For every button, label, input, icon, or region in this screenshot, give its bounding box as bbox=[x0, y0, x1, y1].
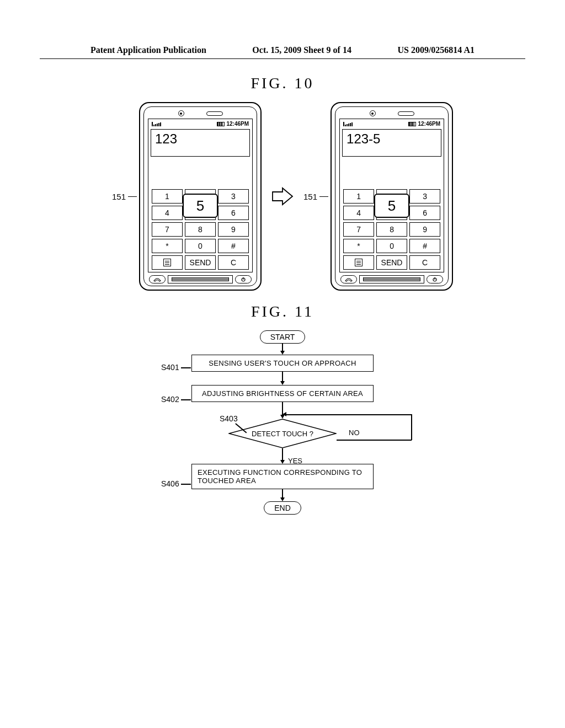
status-right: 12:46PM bbox=[408, 121, 440, 127]
key-9[interactable]: 9 bbox=[218, 222, 249, 237]
speaker-icon bbox=[206, 111, 223, 116]
battery-icon bbox=[408, 122, 416, 126]
nav-pad[interactable] bbox=[359, 275, 424, 283]
keypad-left: 1 2 3 4 5 6 7 8 9 * 0 # SEND C bbox=[151, 189, 250, 271]
camera-icon bbox=[370, 110, 376, 116]
key-8[interactable]: 8 bbox=[376, 222, 407, 237]
end-button[interactable] bbox=[427, 275, 443, 283]
ref-s402: S402 bbox=[161, 395, 179, 404]
signal-icon bbox=[152, 122, 161, 126]
key-star[interactable]: * bbox=[152, 239, 183, 253]
key-5-enlarged[interactable]: 5 bbox=[374, 194, 409, 218]
key-3[interactable]: 3 bbox=[409, 189, 440, 204]
call-button[interactable] bbox=[149, 275, 166, 283]
flow-line bbox=[282, 344, 283, 351]
arrowhead-down-icon bbox=[280, 460, 285, 464]
flow-line bbox=[282, 372, 283, 382]
nav-pad[interactable] bbox=[168, 275, 233, 283]
key-send[interactable]: SEND bbox=[185, 255, 216, 270]
clock-text: 12:46PM bbox=[418, 121, 440, 127]
process-s402: ADJUSTING BRIGHTNESS OF CERTAIN AREA bbox=[191, 385, 374, 402]
phone-pickup-icon bbox=[345, 277, 353, 282]
speaker-icon bbox=[398, 111, 414, 116]
arrowhead-left-icon bbox=[282, 412, 286, 416]
process-s406: EXECUTING FUNCTION CORRESPONDING TO TOUC… bbox=[191, 464, 374, 489]
phone-device-left: 12:46PM 123 1 2 3 4 5 6 7 8 9 * bbox=[139, 102, 262, 291]
power-icon bbox=[430, 277, 439, 282]
page-header: Patent Application Publication Oct. 15, … bbox=[40, 0, 525, 59]
key-4[interactable]: 4 bbox=[343, 206, 374, 220]
key-clear[interactable]: C bbox=[218, 255, 249, 270]
ref-s401: S401 bbox=[161, 363, 179, 372]
leader-line bbox=[128, 196, 137, 197]
call-button[interactable] bbox=[340, 275, 357, 283]
end-button[interactable] bbox=[235, 275, 252, 283]
key-clear[interactable]: C bbox=[409, 255, 440, 270]
key-9[interactable]: 9 bbox=[409, 222, 440, 237]
number-display: 123 bbox=[151, 129, 250, 157]
header-center: Oct. 15, 2009 Sheet 9 of 14 bbox=[252, 45, 351, 55]
figure-10: 151 12:46PM bbox=[0, 102, 565, 291]
number-display: 123-5 bbox=[342, 129, 441, 157]
flow-line bbox=[286, 414, 412, 415]
process-s401: SENSING USER'S TOUCH OR APPROACH bbox=[191, 355, 374, 372]
battery-icon bbox=[217, 122, 225, 126]
key-6[interactable]: 6 bbox=[218, 206, 249, 220]
leader-line bbox=[181, 484, 191, 485]
key-6[interactable]: 6 bbox=[409, 206, 440, 220]
key-3[interactable]: 3 bbox=[218, 189, 249, 204]
arrowhead-down-icon bbox=[280, 381, 285, 385]
menu-icon bbox=[355, 259, 363, 266]
figure-10-title: FIG. 10 bbox=[0, 74, 565, 92]
key-menu[interactable] bbox=[343, 255, 374, 270]
key-star[interactable]: * bbox=[343, 239, 374, 253]
key-1[interactable]: 1 bbox=[343, 189, 374, 204]
phone-right-group: 151 12:46PM bbox=[303, 102, 453, 291]
ref-151-right: 151 bbox=[303, 192, 317, 201]
key-4[interactable]: 4 bbox=[152, 206, 183, 220]
status-right: 12:46PM bbox=[217, 121, 249, 127]
phone-bottom-buttons bbox=[339, 272, 444, 283]
screen: 12:46PM 123-5 1 2 3 4 5 6 7 8 9 * bbox=[339, 119, 444, 272]
flow-line bbox=[337, 440, 412, 441]
terminal-end: END bbox=[264, 501, 301, 515]
phone-inner: 12:46PM 123-5 1 2 3 4 5 6 7 8 9 * bbox=[335, 106, 449, 286]
phone-inner: 12:46PM 123 1 2 3 4 5 6 7 8 9 * bbox=[143, 106, 257, 286]
key-send[interactable]: SEND bbox=[376, 255, 407, 270]
phone-bottom-buttons bbox=[148, 272, 253, 283]
key-hash[interactable]: # bbox=[409, 239, 440, 253]
keypad-right: 1 2 3 4 5 6 7 8 9 * 0 # SEND C bbox=[342, 189, 441, 271]
ref-s406: S406 bbox=[161, 479, 179, 488]
phone-device-right: 12:46PM 123-5 1 2 3 4 5 6 7 8 9 * bbox=[331, 102, 453, 291]
arrowhead-down-icon bbox=[280, 497, 285, 501]
key-7[interactable]: 7 bbox=[152, 222, 183, 237]
key-menu[interactable] bbox=[152, 255, 183, 270]
key-hash[interactable]: # bbox=[218, 239, 249, 253]
terminal-start: START bbox=[260, 330, 306, 344]
figure-11-flowchart: S401 S402 S403 S406 YES NO START SENSING… bbox=[117, 330, 448, 515]
power-icon bbox=[239, 277, 248, 282]
decision-s403: DETECT TOUCH ? bbox=[228, 419, 337, 448]
figure-11-title: FIG. 11 bbox=[0, 303, 565, 320]
ref-151-left: 151 bbox=[112, 192, 126, 201]
key-8[interactable]: 8 bbox=[185, 222, 216, 237]
clock-text: 12:46PM bbox=[226, 121, 249, 127]
screen: 12:46PM 123 1 2 3 4 5 6 7 8 9 * bbox=[148, 119, 253, 272]
status-bar: 12:46PM bbox=[151, 120, 250, 127]
key-0[interactable]: 0 bbox=[185, 239, 216, 253]
camera-icon bbox=[178, 110, 184, 116]
key-1[interactable]: 1 bbox=[152, 189, 183, 204]
key-7[interactable]: 7 bbox=[343, 222, 374, 237]
label-no: NO bbox=[349, 429, 360, 437]
key-0[interactable]: 0 bbox=[376, 239, 407, 253]
key-5-enlarged[interactable]: 5 bbox=[183, 194, 218, 218]
flow-line bbox=[282, 448, 283, 461]
leader-line bbox=[319, 196, 328, 197]
arrow-right-icon bbox=[271, 186, 294, 206]
flow-line bbox=[411, 414, 412, 440]
label-yes: YES bbox=[288, 457, 302, 465]
signal-icon bbox=[343, 122, 353, 126]
menu-icon bbox=[163, 259, 171, 266]
flow-line bbox=[282, 489, 283, 498]
phone-top-hardware bbox=[147, 109, 253, 119]
